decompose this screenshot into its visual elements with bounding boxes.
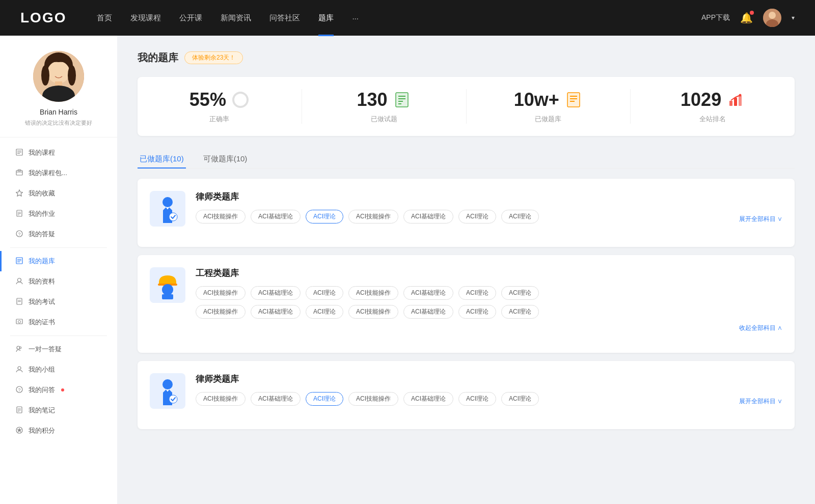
svg-point-28 [18,278,21,282]
qbank-lawyer-tags-1: ACI技能操作 ACI基础理论 ACI理论 ACI技能操作 ACI基础理论 AC… [196,210,782,223]
sidebar-item-course[interactable]: 我的课程 [0,143,117,163]
qbank-body-lawyer-2: 律师类题库 ACI技能操作 ACI基础理论 ACI理论 ACI技能操作 ACI基… [196,373,782,406]
qbank-header: 律师类题库 ACI技能操作 ACI基础理论 ACI理论 ACI技能操作 ACI基… [150,191,782,227]
eng-extra-tag-4[interactable]: ACI基础理论 [403,305,453,319]
tab-available[interactable]: 可做题库(10) [201,150,250,168]
tag-5[interactable]: ACI理论 [458,210,496,223]
nav-item-more[interactable]: ··· [352,12,359,24]
eng-extra-tag-2[interactable]: ACI理论 [306,305,343,319]
svg-rect-54 [567,93,580,107]
user-dropdown-arrow[interactable]: ▾ [792,14,795,21]
l2-tag-4[interactable]: ACI基础理论 [403,392,453,406]
sidebar-item-notes-label: 我的笔记 [29,406,55,415]
sidebar-item-tutor[interactable]: 一对一答疑 [0,339,117,359]
l2-tag-2[interactable]: ACI理论 [306,392,343,406]
stat-done-value: 130 [357,89,388,110]
tag-2[interactable]: ACI理论 [306,210,343,223]
sidebar-menu: 我的课程 我的课程包... 我的收藏 我的作业 [0,143,117,441]
notes-green-icon [393,91,411,109]
qbank-engineer-tags-row2: ACI技能操作 ACI基础理论 ACI理论 ACI技能操作 ACI基础理论 AC… [196,305,782,319]
qbank-lawyer-2-tags: ACI技能操作 ACI基础理论 ACI理论 ACI技能操作 ACI基础理论 AC… [196,392,782,406]
qbank-lawyer-title-2: 律师类题库 [196,373,782,385]
nav-item-home[interactable]: 首页 [97,11,112,25]
qbank-card-lawyer-1: 律师类题库 ACI技能操作 ACI基础理论 ACI理论 ACI技能操作 ACI基… [138,179,795,247]
svg-point-5 [47,61,70,83]
sidebar-item-homework[interactable]: 我的作业 [0,204,117,224]
l2-tag-3[interactable]: ACI技能操作 [348,392,398,406]
l2-tag-0[interactable]: ACI技能操作 [196,392,246,406]
svg-point-47 [236,96,244,104]
course-icon [15,149,23,157]
sidebar-item-qa[interactable]: ? 我的答疑 [0,224,117,244]
stat-done-main: 130 [357,89,411,110]
tag-1[interactable]: ACI基础理论 [251,210,301,223]
stat-accuracy: 55% 正确率 [138,89,302,124]
myqa-notification-dot [61,388,64,391]
user-avatar[interactable] [763,9,781,27]
eng-tag-1[interactable]: ACI基础理论 [251,286,301,300]
notification-bell[interactable]: 🔔 [740,12,753,24]
qbank-header-lawyer-2: 律师类题库 ACI技能操作 ACI基础理论 ACI理论 ACI技能操作 ACI基… [150,373,782,409]
collapse-engineer[interactable]: 收起全部科目 ∧ [739,324,782,331]
expand-lawyer-2[interactable]: 展开全部科目 ∨ [739,397,782,406]
sidebar-item-qbank-label: 我的题库 [29,257,55,266]
sidebar-item-qbank[interactable]: 我的题库 [0,251,117,271]
l2-tag-5[interactable]: ACI理论 [458,392,496,406]
qbank-engineer-icon [150,267,185,303]
svg-rect-48 [396,93,408,107]
nav-item-qa[interactable]: 问答社区 [269,11,300,25]
nav-item-discover[interactable]: 发现课程 [130,11,161,25]
eng-extra-tag-1[interactable]: ACI基础理论 [251,305,301,319]
sidebar-item-favorites[interactable]: 我的收藏 [0,183,117,204]
eng-extra-tag-3[interactable]: ACI技能操作 [348,305,398,319]
sidebar-item-profile-label: 我的资料 [29,277,55,286]
logo[interactable]: LOGO [20,10,66,26]
svg-marker-44 [17,428,22,432]
tag-3[interactable]: ACI技能操作 [348,210,398,223]
sidebar-item-points-label: 我的积分 [29,426,55,435]
tag-0[interactable]: ACI技能操作 [196,210,246,223]
profile-avatar[interactable] [33,51,84,102]
nav-item-public[interactable]: 公开课 [179,11,202,25]
eng-tag-3[interactable]: ACI技能操作 [348,286,398,300]
l2-tag-6[interactable]: ACI理论 [501,392,539,406]
sidebar-item-group-label: 我的小组 [29,365,55,374]
sidebar-item-exam-label: 我的考试 [29,297,55,306]
myqa-icon: ? [15,386,23,395]
svg-point-63 [162,197,173,207]
eng-tag-5[interactable]: ACI理论 [458,286,496,300]
sidebar-item-notes[interactable]: 我的笔记 [0,400,117,421]
qbank-footer-engineer: 收起全部科目 ∧ [196,323,782,332]
tab-done[interactable]: 已做题库(10) [138,150,186,168]
menu-divider-1 [10,247,107,248]
eng-tag-4[interactable]: ACI基础理论 [403,286,453,300]
tag-4[interactable]: ACI基础理论 [403,210,453,223]
sidebar-item-myqa-label: 我的问答 [29,385,55,395]
eng-tag-6[interactable]: ACI理论 [501,286,539,300]
nav-item-qbank[interactable]: 题库 [318,11,334,25]
eng-extra-tag-0[interactable]: ACI技能操作 [196,305,246,319]
l2-tag-1[interactable]: ACI基础理论 [251,392,301,406]
svg-point-68 [162,379,173,389]
sidebar-item-certificate[interactable]: 我的证书 [0,312,117,332]
eng-extra-tag-6[interactable]: ACI理论 [501,305,539,319]
sidebar-item-points[interactable]: 我的积分 [0,421,117,441]
app-download-link[interactable]: APP下载 [701,13,730,22]
eng-extra-tag-5[interactable]: ACI理论 [458,305,496,319]
eng-tag-2[interactable]: ACI理论 [306,286,343,300]
svg-point-64 [169,213,177,221]
expand-lawyer-1[interactable]: 展开全部科目 ∨ [739,215,782,223]
sidebar-item-coursepack[interactable]: 我的课程包... [0,163,117,183]
qbank-header-engineer: 工程类题库 ACI技能操作 ACI基础理论 ACI理论 ACI技能操作 ACI基… [150,267,782,332]
sidebar-item-exam[interactable]: 我的考试 [0,292,117,312]
sidebar-item-group[interactable]: 我的小组 [0,359,117,380]
stat-accuracy-label: 正确率 [209,115,229,124]
page-title: 我的题库 [138,51,178,65]
sidebar-item-profile[interactable]: 我的资料 [0,271,117,292]
eng-tag-0[interactable]: ACI技能操作 [196,286,246,300]
nav-item-news[interactable]: 新闻资讯 [221,11,251,25]
sidebar-item-tutor-label: 一对一答疑 [29,345,62,354]
page-header: 我的题库 体验剩余23天！ [138,51,795,65]
tag-6[interactable]: ACI理论 [501,210,539,223]
sidebar-item-myqa[interactable]: ? 我的问答 [0,380,117,400]
